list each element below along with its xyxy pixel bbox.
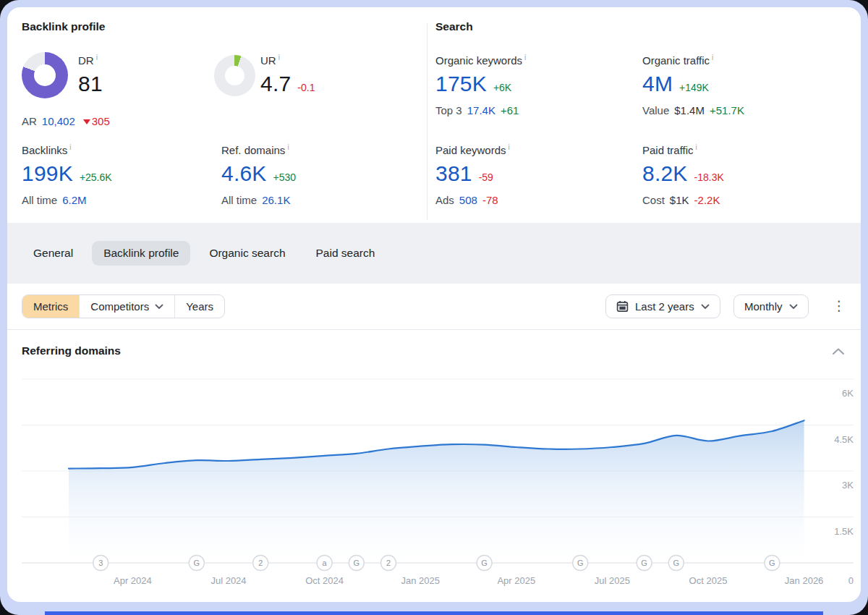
event-badge[interactable]: G [765, 556, 780, 571]
interval-button[interactable]: Monthly [733, 294, 809, 318]
backlinks-sub-label: All time [22, 194, 57, 206]
tab-organic-search[interactable]: Organic search [197, 241, 297, 266]
top3-label: Top 3 [435, 104, 462, 116]
paid-traffic-label: Paid traffici [642, 140, 835, 158]
ref-domains-value[interactable]: 4.6K [221, 161, 267, 186]
ref-domains-label: Ref. domainsi [221, 140, 414, 158]
event-badge[interactable]: 2 [253, 556, 268, 571]
ur-gauge [214, 55, 255, 96]
backlinks-alltime-link[interactable]: 6.2M [62, 194, 86, 206]
organic-traffic-label: Organic traffici [642, 51, 835, 68]
event-badge[interactable]: G [668, 556, 684, 571]
report-tabstrip: General Backlink profile Organic search … [7, 223, 861, 284]
event-badge[interactable]: G [477, 556, 492, 571]
ref-domains-delta: +530 [273, 171, 297, 183]
svg-text:3K: 3K [842, 480, 854, 491]
svg-text:1.5K: 1.5K [834, 526, 854, 537]
search-section-title: Search [435, 20, 473, 33]
info-icon[interactable]: i [278, 54, 280, 62]
overview-card: Backlink profile Search DRi 81 AR 10,402… [7, 7, 861, 602]
event-badge[interactable]: a [317, 556, 332, 571]
view-segmented-control: Metrics Competitors Years [22, 294, 225, 318]
backlinks-label: Backlinksi [22, 140, 214, 158]
dr-metric: DRi 81 [78, 51, 201, 96]
organic-traffic-value[interactable]: 4M [642, 72, 673, 96]
backlinks-metric: Backlinksi 199K+25.6K All time6.2M [22, 140, 214, 206]
chevron-down-icon [155, 304, 163, 310]
traffic-value-delta: +51.7K [710, 104, 744, 116]
ur-label: URi [260, 51, 405, 68]
organic-keywords-value[interactable]: 175K [435, 72, 487, 96]
info-icon[interactable]: i [287, 143, 289, 151]
organic-keywords-label: Organic keywordsi [435, 51, 628, 68]
svg-text:Jul 2025: Jul 2025 [595, 575, 630, 586]
ads-label: Ads [435, 194, 454, 206]
event-badge[interactable]: G [637, 556, 652, 571]
paid-traffic-delta: -18.3K [694, 171, 724, 183]
cost-label: Cost [642, 194, 665, 206]
ads-delta: -78 [482, 194, 498, 206]
cost-value: $1K [670, 194, 689, 206]
tab-general[interactable]: General [22, 241, 85, 266]
more-options-button[interactable]: ⋮ [830, 297, 848, 315]
referring-domains-chart[interactable]: 3G2aG2GGGGGApr 2024Jul 2024Oct 2024Jan 2… [14, 369, 861, 602]
organic-keywords-metric: Organic keywordsi 175K+6K Top 317.4K+61 [435, 51, 628, 116]
svg-text:G: G [673, 559, 680, 567]
backlinks-delta: +25.6K [80, 171, 112, 183]
chart-toolbar: Metrics Competitors Years Last 2 years [7, 284, 861, 330]
info-icon[interactable]: i [712, 54, 713, 62]
ref-domains-metric: Ref. domainsi 4.6K+530 All time26.1K [221, 140, 414, 206]
event-badge[interactable]: G [349, 556, 364, 571]
paid-traffic-metric: Paid traffici 8.2K-18.3K Cost$1K-2.2K [642, 140, 835, 206]
ref-domains-alltime-link[interactable]: 26.1K [262, 194, 290, 206]
event-badge[interactable]: G [189, 556, 204, 571]
svg-text:Apr 2025: Apr 2025 [497, 575, 535, 586]
svg-text:G: G [769, 559, 775, 567]
app-window: Backlink profile Search DRi 81 AR 10,402… [0, 0, 868, 615]
kebab-icon: ⋮ [833, 298, 846, 313]
paid-keywords-value[interactable]: 381 [435, 161, 472, 186]
paid-keywords-label: Paid keywordsi [435, 140, 628, 158]
paid-traffic-value[interactable]: 8.2K [642, 161, 688, 186]
svg-text:G: G [481, 559, 488, 567]
segment-competitors[interactable]: Competitors [80, 295, 175, 318]
info-icon[interactable]: i [96, 54, 98, 62]
ar-row: AR 10,402 305 [22, 115, 110, 127]
svg-text:G: G [577, 559, 584, 567]
calendar-icon [616, 300, 629, 313]
ur-metric: URi 4.7-0.1 [260, 51, 405, 96]
ar-value-link[interactable]: 10,402 [42, 115, 75, 127]
bottom-accent-bar [45, 611, 823, 615]
date-range-button[interactable]: Last 2 years [605, 294, 720, 318]
dr-gauge [22, 52, 68, 98]
info-icon[interactable]: i [696, 143, 697, 151]
svg-text:Jul 2024: Jul 2024 [210, 575, 246, 586]
cost-delta: -2.2K [694, 194, 720, 206]
event-badge[interactable]: G [573, 556, 588, 571]
ads-value-link[interactable]: 508 [459, 194, 477, 206]
info-icon[interactable]: i [509, 143, 510, 151]
backlinks-value[interactable]: 199K [22, 161, 73, 186]
ar-delta: 305 [80, 115, 110, 127]
ref-domains-sub-label: All time [221, 194, 257, 206]
svg-text:G: G [641, 559, 647, 567]
collapse-section-button[interactable] [832, 346, 848, 359]
segment-years[interactable]: Years [175, 295, 224, 318]
svg-text:a: a [323, 559, 328, 567]
value-label: Value [642, 104, 669, 116]
tab-paid-search[interactable]: Paid search [305, 241, 387, 266]
svg-text:Oct 2024: Oct 2024 [305, 575, 344, 586]
svg-text:3: 3 [98, 559, 103, 567]
tab-backlink-profile[interactable]: Backlink profile [92, 241, 190, 266]
info-icon[interactable]: i [69, 143, 71, 151]
svg-text:4.5K: 4.5K [834, 434, 854, 445]
event-badge[interactable]: 2 [381, 556, 396, 571]
top3-value-link[interactable]: 17.4K [467, 104, 495, 116]
section-divider [427, 23, 427, 220]
info-icon[interactable]: i [524, 54, 526, 62]
chevron-up-icon [832, 347, 845, 356]
svg-text:Apr 2024: Apr 2024 [114, 575, 152, 586]
traffic-value-amount: $1.4M [674, 104, 705, 116]
event-badge[interactable]: 3 [93, 556, 109, 571]
segment-metrics[interactable]: Metrics [22, 295, 80, 318]
